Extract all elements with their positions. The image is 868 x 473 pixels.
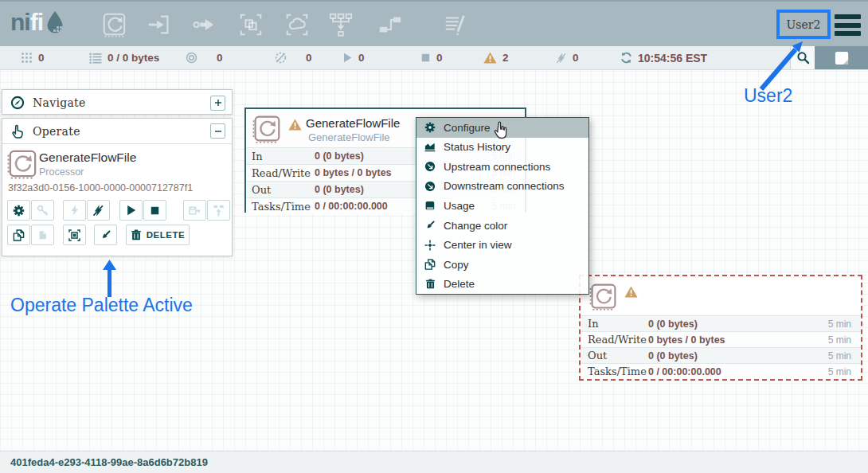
brush-icon: [424, 220, 436, 231]
invalid-count: 0: [573, 52, 579, 64]
access-policies-button[interactable]: [31, 200, 54, 221]
menu-item-upstream-connections[interactable]: Upstream connections: [416, 157, 588, 177]
processor-stamp-icon: [7, 149, 37, 179]
warnings-status: 2: [483, 46, 509, 69]
copy-icon: [424, 259, 436, 270]
user-callout-annotation: User2: [744, 85, 792, 107]
stopped-icon: [420, 53, 431, 63]
settings-panel-toggle[interactable]: [815, 46, 868, 69]
upstream-icon: [424, 161, 436, 172]
hand-pointer-icon: [10, 124, 25, 139]
stopped-count: 0: [436, 52, 443, 64]
warnings-count: 2: [502, 52, 509, 64]
menu-item-delete[interactable]: Delete: [416, 275, 588, 295]
current-user-button[interactable]: User2: [776, 10, 831, 39]
paste-button[interactable]: [31, 225, 54, 245]
disable-button[interactable]: [87, 200, 110, 221]
book-icon: [424, 201, 436, 212]
compass-icon: [10, 96, 25, 110]
process-group-icon[interactable]: [237, 11, 264, 38]
settings-panel-icon: [835, 51, 849, 65]
operate-palette-arrow: [103, 260, 116, 297]
warning-icon: [483, 52, 497, 64]
menu-item-change-color[interactable]: Change color: [416, 216, 588, 236]
not-transmitting-status: 0: [275, 46, 312, 69]
transmitting-status: 0: [186, 46, 223, 69]
refresh-icon[interactable]: [620, 52, 632, 64]
breadcrumb[interactable]: 401feda4-e293-4118-99ae-8a6d6b72b819: [10, 456, 208, 468]
change-color-button[interactable]: [94, 225, 117, 245]
invalid-status: 0: [556, 46, 579, 69]
global-menu-button[interactable]: [835, 14, 861, 36]
delete-button-label: DELETE: [147, 230, 185, 240]
navigate-expand-button[interactable]: [210, 96, 225, 111]
funnel-icon[interactable]: [327, 11, 354, 38]
transmitting-icon: [186, 52, 197, 64]
input-port-icon[interactable]: [146, 11, 173, 38]
start-button[interactable]: [119, 200, 143, 221]
trash-icon: [424, 279, 436, 289]
navigate-panel-title: Navigate: [33, 96, 86, 109]
stop-button[interactable]: [143, 200, 166, 221]
stopped-status: 0: [420, 46, 443, 69]
menu-item-center-in-view[interactable]: Center in view: [416, 235, 588, 255]
operate-panel: Operate GenerateFlowFile Processor 3f32a…: [2, 118, 233, 256]
queued-icon: [89, 53, 102, 64]
last-refresh-time: 10:54:56 EST: [638, 52, 707, 64]
processor-name: GenerateFlowFile: [306, 116, 400, 130]
downstream-icon: [424, 181, 436, 192]
area-chart-icon: [424, 141, 436, 153]
warning-icon: [624, 286, 638, 298]
logo-text-fi: fi: [30, 9, 43, 36]
enable-button[interactable]: [63, 200, 86, 221]
stat-row-in: In 0 (0 bytes) 5 min: [581, 315, 861, 331]
navigate-panel: Navigate: [2, 89, 233, 115]
stat-row-out: Out 0 (0 bytes) 5 min: [581, 347, 861, 363]
operate-panel-title: Operate: [33, 125, 80, 138]
menu-item-copy[interactable]: Copy: [416, 255, 588, 275]
save-template-button[interactable]: [183, 200, 206, 221]
processor-ghost[interactable]: In 0 (0 bytes) 5 min Read/Write 0 bytes …: [579, 275, 862, 381]
copy-button[interactable]: [7, 225, 30, 245]
operate-component-id: 3f32a3d0-0156-1000-0000-0000712787f1: [8, 182, 193, 194]
nifi-drop-icon: [45, 10, 65, 34]
operate-collapse-button[interactable]: [210, 123, 225, 139]
processor-stamp-icon: [589, 283, 617, 311]
not-transmitting-count: 0: [306, 52, 312, 64]
current-user-label: User2: [787, 18, 821, 31]
mouse-cursor-hand: [492, 121, 510, 140]
group-button[interactable]: [63, 225, 86, 245]
refresh-status[interactable]: 10:54:56 EST: [620, 46, 707, 69]
transmitting-count: 0: [217, 52, 223, 64]
stat-row-readwrite: Read/Write 0 bytes / 0 bytes 5 min: [581, 331, 861, 347]
remote-process-group-icon[interactable]: [283, 11, 311, 38]
nifi-app: nifi: [0, 0, 868, 473]
app-header: nifi: [0, 0, 868, 46]
operate-component-type: Processor: [39, 166, 84, 178]
running-status: 0: [342, 46, 365, 69]
operate-component-name: GenerateFlowFile: [39, 150, 136, 165]
operate-palette-annotation: Operate Palette Active: [10, 295, 193, 316]
flow-status-bar: 0 0 / 0 bytes 0 0 0 0 2 0 10:54:56 EST: [0, 46, 868, 70]
queued-count: 0 / 0 bytes: [108, 52, 159, 64]
gear-icon: [424, 122, 436, 133]
processor-icon[interactable]: [100, 11, 127, 38]
processor-context-menu: Configure Status History Upstream connec…: [416, 117, 589, 295]
stat-row-taskstime: Tasks/Time 0 / 00:00:00.000 5 min: [581, 363, 861, 379]
active-threads-count: 0: [38, 52, 45, 64]
upload-template-button[interactable]: [207, 200, 230, 221]
breadcrumb-bar: 401feda4-e293-4118-99ae-8a6d6b72b819: [0, 451, 868, 473]
active-threads-icon: [21, 52, 33, 64]
nifi-logo: nifi: [10, 9, 65, 36]
invalid-icon: [556, 53, 567, 64]
warning-icon: [288, 119, 302, 131]
menu-item-usage[interactable]: Usage: [416, 196, 588, 216]
processor-stamp-icon: [252, 115, 281, 143]
delete-button[interactable]: DELETE: [126, 225, 190, 245]
label-icon[interactable]: [443, 11, 470, 38]
menu-item-downstream-connections[interactable]: Downstream connections: [416, 177, 588, 197]
template-icon[interactable]: [377, 11, 404, 38]
configure-button[interactable]: [7, 200, 30, 221]
output-port-icon[interactable]: [190, 11, 217, 38]
menu-item-status-history[interactable]: Status History: [416, 138, 588, 158]
